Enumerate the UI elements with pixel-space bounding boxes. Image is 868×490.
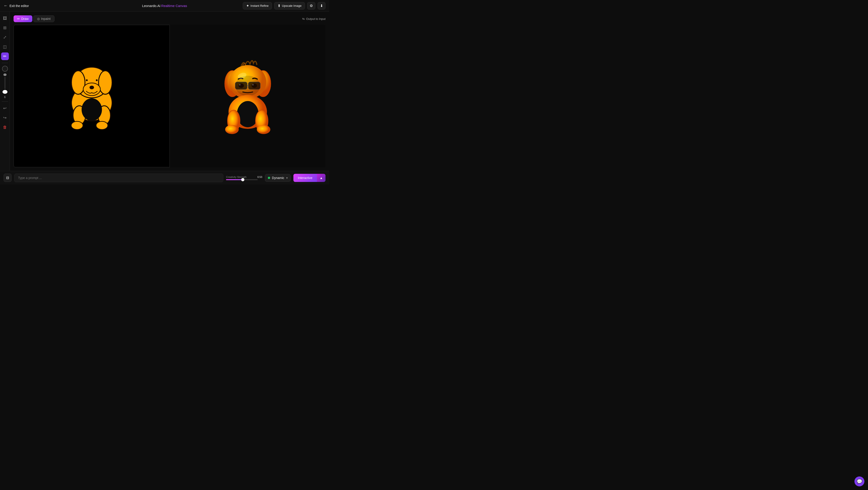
dual-canvas — [13, 25, 326, 167]
svg-point-4 — [86, 79, 88, 81]
interactive-label: Interactive — [298, 176, 313, 180]
draw-label: Draw — [21, 17, 29, 21]
brand-name: Leonardo.Ai — [142, 4, 160, 8]
main-content: 🖼 ⊞ ⤢ ◫ ✏ 6 ↩ ↪ 🗑 — [0, 12, 329, 171]
model-select-button[interactable]: Dynamic ▾ — [265, 174, 290, 182]
download-icon: ⬇ — [320, 4, 323, 8]
upscale-label: Upscale Image — [282, 4, 302, 7]
brush-tool-button[interactable]: ✏ — [1, 53, 9, 60]
instant-refine-label: Instant Refine — [250, 4, 269, 7]
svg-point-28 — [225, 125, 239, 134]
image-icon: 🖼 — [3, 16, 7, 21]
upscale-image-button[interactable]: ⬆ Upscale Image — [274, 2, 305, 9]
color-swatch[interactable] — [2, 66, 8, 72]
chevron-down-icon: ▾ — [286, 176, 288, 180]
settings-gear-button[interactable]: ⚙ — [307, 2, 315, 9]
draw-tab[interactable]: ✏ Draw — [13, 16, 32, 22]
inpaint-tab[interactable]: ◎ Inpaint — [33, 16, 55, 22]
inpaint-icon: ◎ — [37, 17, 40, 21]
prompt-settings-button[interactable]: ⊟ — [4, 174, 11, 182]
output-icon: ⇆ — [302, 17, 305, 21]
exit-label: Exit the editor — [9, 4, 29, 8]
svg-point-29 — [257, 125, 270, 134]
brush-icon: ✏ — [3, 54, 6, 59]
svg-point-20 — [239, 83, 244, 88]
interactive-button[interactable]: Interactive ▲ — [293, 174, 326, 182]
left-toolbar: 🖼 ⊞ ⤢ ◫ ✏ 6 ↩ ↪ 🗑 — [0, 12, 10, 171]
ai-output-canvas — [170, 25, 326, 167]
transform-tool-button[interactable]: ⤢ — [1, 33, 9, 41]
output-to-input-button[interactable]: ⇆ Output to Input — [302, 17, 326, 21]
trash-icon: 🗑 — [3, 125, 7, 130]
mode-tabs: ✏ Draw ◎ Inpaint — [13, 16, 55, 22]
ai-character-render — [214, 55, 282, 137]
undo-button[interactable]: ↩ — [1, 104, 9, 112]
creativity-slider[interactable] — [226, 179, 258, 180]
size-dot-large — [2, 90, 7, 94]
size-track[interactable] — [4, 77, 5, 89]
canvas-name: Realtime Canvas — [161, 4, 187, 8]
svg-point-10 — [71, 121, 83, 129]
sparkle-icon: ✦ — [246, 4, 249, 8]
size-slider[interactable] — [2, 73, 7, 94]
gear-icon: ⚙ — [310, 4, 313, 8]
creativity-label: Creativity Strength — [226, 176, 246, 178]
delete-button[interactable]: 🗑 — [1, 123, 9, 131]
bottom-bar: ⊟ Creativity Strength 0.53 Dynamic ▾ Int… — [0, 171, 329, 184]
grid-icon: ⊞ — [3, 25, 6, 30]
svg-point-3 — [98, 71, 112, 94]
size-dot-small — [3, 73, 6, 76]
svg-point-23 — [252, 84, 254, 86]
inpaint-label: Inpaint — [41, 17, 51, 21]
top-bar: ← Exit the editor Leonardo.Ai Realtime C… — [0, 0, 329, 12]
svg-point-21 — [252, 83, 257, 88]
model-label: Dynamic — [272, 176, 284, 180]
undo-icon: ↩ — [3, 106, 6, 111]
exit-editor-button[interactable]: ← Exit the editor — [4, 3, 29, 8]
eraser-icon: ◫ — [3, 44, 7, 49]
interactive-main-button[interactable]: Interactive — [293, 174, 317, 182]
size-value: 6 — [4, 96, 6, 99]
interactive-dropdown-button[interactable]: ▲ — [317, 174, 326, 182]
drawing-canvas[interactable] — [13, 25, 170, 167]
transform-icon: ⤢ — [3, 35, 6, 40]
canvas-top-bar: ✏ Draw ◎ Inpaint ⇆ Output to Input — [13, 16, 326, 22]
svg-point-11 — [96, 121, 108, 129]
toolbar-divider-2 — [2, 101, 8, 102]
creativity-value: 0.53 — [257, 176, 262, 178]
redo-icon: ↪ — [3, 115, 6, 120]
sliders-icon: ⊟ — [6, 176, 9, 180]
image-tool-button[interactable]: 🖼 — [1, 14, 9, 22]
redo-button[interactable]: ↪ — [1, 114, 9, 122]
draw-icon: ✏ — [17, 17, 20, 21]
dog-sketch — [60, 58, 123, 134]
instant-refine-button[interactable]: ✦ Instant Refine — [243, 2, 272, 9]
grid-tool-button[interactable]: ⊞ — [1, 24, 9, 32]
creativity-label-row: Creativity Strength 0.53 — [226, 176, 262, 178]
svg-point-7 — [90, 86, 94, 89]
svg-point-2 — [71, 71, 85, 94]
model-status-dot — [268, 177, 270, 179]
creativity-fill — [226, 179, 243, 180]
svg-point-5 — [96, 79, 98, 81]
svg-point-12 — [82, 98, 102, 121]
upscale-icon: ⬆ — [278, 4, 281, 8]
creativity-thumb — [241, 178, 244, 181]
download-button[interactable]: ⬇ — [318, 2, 326, 9]
chevron-up-icon: ▲ — [320, 176, 323, 180]
svg-point-22 — [239, 84, 241, 86]
top-actions: ✦ Instant Refine ⬆ Upscale Image ⚙ ⬇ — [243, 2, 326, 9]
svg-point-25 — [237, 101, 258, 127]
canvas-area: ✏ Draw ◎ Inpaint ⇆ Output to Input — [10, 12, 329, 171]
creativity-section: Creativity Strength 0.53 — [226, 176, 262, 180]
eraser-tool-button[interactable]: ◫ — [1, 43, 9, 51]
output-label: Output to Input — [306, 17, 326, 21]
app-title: Leonardo.Ai Realtime Canvas — [142, 4, 187, 8]
toolbar-divider-1 — [2, 63, 8, 63]
prompt-input[interactable] — [14, 174, 223, 182]
arrow-left-icon: ← — [4, 3, 8, 8]
